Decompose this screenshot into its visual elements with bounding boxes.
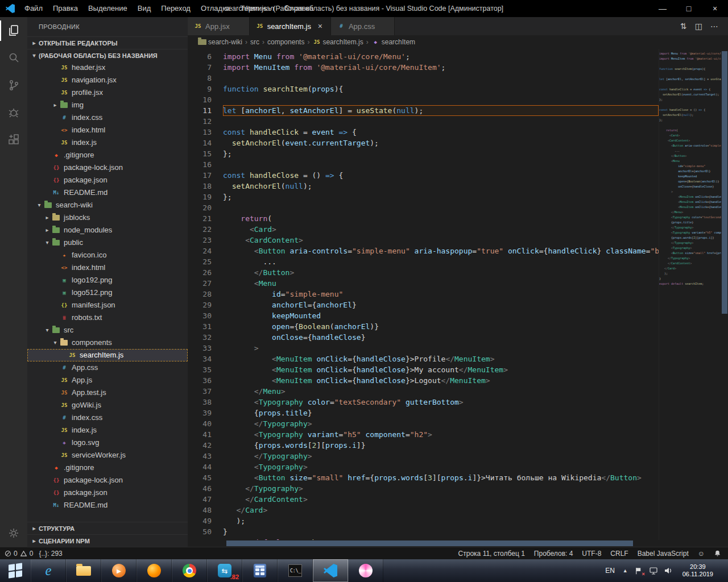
minimize-button[interactable]: — (650, 0, 676, 17)
tree-item-components[interactable]: ▾components (27, 336, 188, 349)
tree-item-gowiki-js[interactable]: JSgoWiki.js (27, 399, 188, 411)
tree-item-robots-txt[interactable]: ≣robots.txt (27, 311, 188, 324)
section-outline[interactable]: ▸ СТРУКТУРА (27, 522, 188, 534)
tree-item-app-css[interactable]: #App.css (27, 361, 188, 374)
tree-item-gitignore[interactable]: ◆.gitignore (27, 149, 188, 161)
explorer-icon[interactable] (0, 17, 27, 44)
taskbar-app-internet-explorer[interactable]: e (31, 559, 66, 582)
settings-gear-icon[interactable] (0, 519, 27, 547)
more-actions-icon[interactable]: ⋯ (706, 22, 722, 31)
breadcrumb-item-search-wiki[interactable]: search-wiki (197, 38, 242, 46)
code-line-40[interactable]: 40 </Typography> (188, 418, 659, 429)
code-line-30[interactable]: 30 keepMounted (188, 310, 659, 321)
code-line-46[interactable]: 46 </Typography> (188, 483, 659, 494)
menu-item-1[interactable]: Правка (48, 0, 83, 17)
taskbar-app-graphics-app[interactable] (348, 559, 383, 582)
code-line-43[interactable]: 43 </Typography> (188, 451, 659, 462)
code-line-20[interactable]: 20 (188, 202, 659, 213)
tree-item-profile-jsx[interactable]: JSprofile.jsx (27, 86, 188, 99)
menu-item-2[interactable]: Выделение (83, 0, 133, 17)
debug-icon[interactable] (0, 99, 27, 126)
tree-item-package-json[interactable]: {}package.json (27, 487, 188, 499)
code-line-26[interactable]: 26 </Button> (188, 267, 659, 278)
code-line-9[interactable]: 9function searchItem(props){ (188, 84, 659, 94)
code-line-41[interactable]: 41 <Typography variant="h5" component="h… (188, 429, 659, 440)
notifications-bell-icon[interactable] (714, 550, 721, 557)
encoding-status[interactable]: UTF-8 (582, 550, 601, 558)
code-line-36[interactable]: 36 <MenuItem onClick={handleClose}>Logou… (188, 375, 659, 386)
taskbar-app-firefox[interactable] (136, 559, 172, 582)
code-line-11[interactable]: 11let [anchorEl, setAnchorEl] = useState… (188, 105, 659, 116)
misc-status[interactable]: {..}: 293 (39, 550, 62, 558)
menu-item-3[interactable]: Вид (133, 0, 156, 17)
volume-icon[interactable] (662, 564, 675, 577)
taskbar-app-badged-app[interactable]: ⇆.82 (207, 559, 242, 582)
tree-item-index-js[interactable]: JSindex.js (27, 136, 188, 149)
close-button[interactable]: × (702, 0, 728, 17)
tree-item-index-js[interactable]: JSindex.js (27, 424, 188, 436)
tree-item-logo-svg[interactable]: ◈logo.svg (27, 436, 188, 449)
section-npm-scripts[interactable]: ▸ СЦЕНАРИИ NPM (27, 534, 188, 547)
code-line-35[interactable]: 35 <MenuItem onClick={handleClose}>My ac… (188, 364, 659, 375)
taskbar-app-command-prompt[interactable]: C:\_ (278, 559, 313, 582)
extensions-icon[interactable] (0, 126, 27, 153)
tree-item-node-modules[interactable]: ▸node_modules (27, 224, 188, 236)
tree-item-index-css[interactable]: #index.css (27, 411, 188, 424)
tree-item-img[interactable]: ▸img (27, 99, 188, 111)
code-line-34[interactable]: 34 <MenuItem onClick={handleClose}>Profi… (188, 354, 659, 364)
section-open-editors[interactable]: ▸ ОТКРЫТЫЕ РЕДАКТОРЫ (27, 36, 188, 49)
breadcrumb-item-components[interactable]: components (267, 38, 304, 46)
code-line-10[interactable]: 10 (188, 94, 659, 105)
tree-item-gitignore[interactable]: ◆.gitignore (27, 462, 188, 474)
code-line-14[interactable]: 14 setAnchorEl(event.currentTarget); (188, 138, 659, 148)
tree-item-favicon-ico[interactable]: ★favicon.ico (27, 249, 188, 261)
vertical-scrollbar[interactable] (721, 49, 728, 540)
tree-item-app-test-js[interactable]: JSApp.test.js (27, 386, 188, 399)
menu-item-0[interactable]: Файл (19, 0, 48, 17)
taskbar-app-file-explorer[interactable] (66, 559, 101, 582)
code-line-42[interactable]: 42 {props.words[2][props.i]} (188, 440, 659, 451)
tree-item-src[interactable]: ▾src (27, 324, 188, 336)
section-workspace[interactable]: ▾ (РАБОЧАЯ ОБЛАСТЬ) БЕЗ НАЗВАНИЯ (27, 49, 188, 61)
breadcrumb-item-searchitem[interactable]: ◆searchItem (371, 38, 415, 46)
tree-item-package-json[interactable]: {}package.json (27, 174, 188, 186)
taskbar-app-vscode[interactable] (313, 559, 348, 582)
code-line-28[interactable]: 28 id="simple-menu" (188, 289, 659, 300)
horizontal-scrollbar[interactable] (223, 540, 659, 547)
maximize-button[interactable]: □ (676, 0, 702, 17)
code-line-22[interactable]: 22 <Card> (188, 224, 659, 235)
taskbar-clock[interactable]: 20:39 06.11.2019 (677, 563, 719, 578)
code-line-50[interactable]: 50} (188, 526, 659, 537)
vertical-scrollbar-thumb[interactable] (722, 51, 727, 314)
code-line-49[interactable]: 49 ); (188, 516, 659, 526)
code-line-38[interactable]: 38 <Typography color="textSecondary" gut… (188, 397, 659, 408)
tab-app-jsx[interactable]: JSApp.jsx× (188, 17, 250, 35)
code-line-24[interactable]: 24 <Button aria-controls="simple-menu" a… (188, 246, 659, 256)
minimap[interactable]: import Menu from '@material-ui/core/Menu… (659, 49, 721, 540)
menu-item-4[interactable]: Переход (156, 0, 196, 17)
tree-item-index-css[interactable]: #index.css (27, 111, 188, 124)
language-indicator[interactable]: EN (602, 567, 618, 575)
close-tab-icon[interactable]: × (316, 22, 325, 31)
breadcrumb-item-searchitem-js[interactable]: JSsearchItem.js (312, 38, 363, 46)
code-line-33[interactable]: 33 > (188, 343, 659, 354)
code-line-48[interactable]: 48 </Card> (188, 505, 659, 516)
tree-item-readme-md[interactable]: M↓README.md (27, 186, 188, 199)
tab-app-css[interactable]: #App.css× (331, 17, 395, 35)
code-line-32[interactable]: 32 onClose={handleClose} (188, 332, 659, 343)
tab-searchitem-js[interactable]: JSsearchItem.js× (250, 17, 331, 35)
tree-item-navigation-jsx[interactable]: JSnavigation.jsx (27, 74, 188, 86)
code-line-6[interactable]: 6import Menu from '@material-ui/core/Men… (188, 51, 659, 62)
indentation-status[interactable]: Пробелов: 4 (534, 550, 573, 558)
network-icon[interactable] (647, 564, 660, 577)
search-icon[interactable] (0, 44, 27, 72)
tree-item-public[interactable]: ▾public (27, 236, 188, 249)
tree-item-app-js[interactable]: JSApp.js (27, 374, 188, 386)
tree-item-serviceworker-js[interactable]: JSserviceWorker.js (27, 449, 188, 462)
feedback-smiley-icon[interactable]: ☺ (698, 550, 705, 558)
tree-item-package-lock-json[interactable]: {}package-lock.json (27, 161, 188, 174)
source-control-icon[interactable] (0, 72, 27, 99)
action-center-flag-icon[interactable]: × (632, 564, 645, 577)
sync-icon[interactable]: ⇅ (676, 22, 691, 31)
tree-item-search-wiki[interactable]: ▾search-wiki (27, 199, 188, 211)
